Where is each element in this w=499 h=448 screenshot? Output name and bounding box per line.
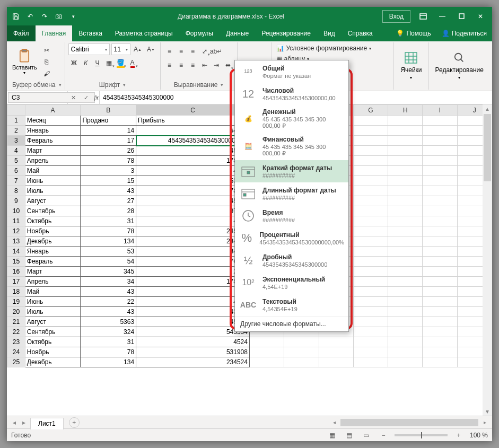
cell-H19[interactable] xyxy=(388,297,423,307)
tab-data[interactable]: Данные xyxy=(220,25,255,41)
cell-G8[interactable] xyxy=(353,186,388,196)
cell-H9[interactable] xyxy=(388,196,423,206)
cell-G6[interactable] xyxy=(353,166,388,176)
tab-help[interactable]: Справка xyxy=(342,25,379,41)
scroll-down-icon[interactable]: ▼ xyxy=(483,407,492,416)
row-header-7[interactable]: 7 xyxy=(7,176,25,186)
cell-G3[interactable] xyxy=(353,136,388,146)
cell-G7[interactable] xyxy=(353,176,388,186)
cell-B4[interactable]: 26 xyxy=(81,146,136,156)
orientation-icon[interactable]: ⤢ xyxy=(199,46,211,57)
select-all-cell[interactable] xyxy=(7,105,25,116)
editing-button[interactable]: Редактирование▾ xyxy=(432,49,487,82)
cell-C6[interactable]: 4523 xyxy=(136,166,250,176)
row-header-25[interactable]: 25 xyxy=(7,357,25,367)
row-header-5[interactable]: 5 xyxy=(7,156,25,166)
cell-G1[interactable] xyxy=(353,116,388,126)
cell-I14[interactable] xyxy=(423,247,457,257)
align-left-icon[interactable]: ≡ xyxy=(164,59,176,71)
decrease-indent-icon[interactable]: ⇤ xyxy=(199,59,211,71)
cell-C3[interactable]: 45435435345345300000,00 xyxy=(136,136,250,146)
cell-A11[interactable]: Октябрь xyxy=(25,216,81,226)
cell-H3[interactable] xyxy=(388,136,423,146)
cell-A2[interactable]: Январь xyxy=(25,126,81,136)
sheet-nav-next-icon[interactable]: ▸ xyxy=(20,418,28,427)
cell-G9[interactable] xyxy=(353,196,388,206)
row-header-20[interactable]: 20 xyxy=(7,307,25,317)
cell-A17[interactable]: Апрель xyxy=(25,277,81,287)
cell-A18[interactable]: Май xyxy=(25,287,81,297)
cell-H22[interactable] xyxy=(388,327,423,337)
cell-A4[interactable]: Март xyxy=(25,146,81,156)
cell-A23[interactable]: Октябрь xyxy=(25,337,81,347)
cell-C4[interactable]: 45234 xyxy=(136,146,250,156)
cell-H25[interactable] xyxy=(388,357,423,367)
cell-I2[interactable] xyxy=(423,126,457,136)
cell-E23[interactable] xyxy=(284,337,319,347)
login-button[interactable]: Вход xyxy=(382,10,410,23)
cell-C22[interactable]: 543534 xyxy=(136,327,250,337)
cell-H8[interactable] xyxy=(388,186,423,196)
align-right-icon[interactable]: ≡ xyxy=(187,59,199,71)
hscroll-right-icon[interactable]: ▸ xyxy=(480,418,489,427)
cell-A20[interactable]: Июль xyxy=(25,307,81,317)
format-time[interactable]: Время########## xyxy=(235,205,348,227)
row-header-9[interactable]: 9 xyxy=(7,196,25,206)
merge-icon[interactable]: ⬌ xyxy=(222,59,234,71)
bold-icon[interactable]: Ж xyxy=(68,57,80,69)
cell-A6[interactable]: Май xyxy=(25,166,81,176)
cells-button[interactable]: Ячейки▾ xyxy=(397,49,425,82)
tab-layout[interactable]: Разметка страницы xyxy=(109,25,179,41)
cell-I16[interactable] xyxy=(423,267,457,277)
cell-C5[interactable]: 178000 xyxy=(136,156,250,166)
row-header-10[interactable]: 10 xyxy=(7,206,25,216)
cell-C17[interactable]: 178000 xyxy=(136,277,250,287)
maximize-icon[interactable] xyxy=(452,10,470,23)
row-header-21[interactable]: 21 xyxy=(7,317,25,327)
row-header-6[interactable]: 6 xyxy=(7,166,25,176)
cell-A16[interactable]: Март xyxy=(25,267,81,277)
cell-C1[interactable]: Прибыль xyxy=(136,116,250,126)
cell-G4[interactable] xyxy=(353,146,388,156)
accept-formula-icon[interactable]: ✓ xyxy=(81,93,91,102)
cell-H24[interactable] xyxy=(388,347,423,357)
format-currency[interactable]: 💰 Денежный45 435 435 345 345 300 000,00 … xyxy=(235,105,348,133)
cell-C11[interactable]: 4524 xyxy=(136,216,250,226)
zoom-in-icon[interactable]: + xyxy=(453,431,465,440)
cell-G16[interactable] xyxy=(353,267,388,277)
tell-me-button[interactable]: 💡Помощь xyxy=(391,30,436,37)
scroll-thumb-v[interactable] xyxy=(484,114,491,181)
col-header-B[interactable]: B xyxy=(81,105,136,116)
sheet-nav-prev-icon[interactable]: ◂ xyxy=(10,418,19,427)
row-header-23[interactable]: 23 xyxy=(7,337,25,347)
cell-G15[interactable] xyxy=(353,257,388,267)
clipboard-launcher-icon[interactable]: ▾ xyxy=(59,82,62,87)
cell-C15[interactable]: 76345 xyxy=(136,257,250,267)
cell-C24[interactable]: 531908 xyxy=(136,347,250,357)
align-top-icon[interactable]: ≡ xyxy=(164,46,176,57)
cell-A7[interactable]: Июнь xyxy=(25,176,81,186)
add-sheet-button[interactable]: + xyxy=(69,417,80,428)
cell-I20[interactable] xyxy=(423,307,457,317)
tab-formulas[interactable]: Формулы xyxy=(179,25,220,41)
cell-C18[interactable]: 435 xyxy=(136,287,250,297)
cell-A14[interactable]: Январь xyxy=(25,247,81,257)
cell-H20[interactable] xyxy=(388,307,423,317)
cell-G13[interactable] xyxy=(353,236,388,247)
cell-I15[interactable] xyxy=(423,257,457,267)
cell-B13[interactable]: 134 xyxy=(81,236,136,247)
col-header-G[interactable]: G xyxy=(353,105,388,116)
cell-H6[interactable] xyxy=(388,166,423,176)
cell-C19[interactable]: 4234 xyxy=(136,297,250,307)
cell-B2[interactable]: 14 xyxy=(81,126,136,136)
cell-C7[interactable]: 53452 xyxy=(136,176,250,186)
cell-F24[interactable] xyxy=(319,347,353,357)
row-header-16[interactable]: 16 xyxy=(7,267,25,277)
cell-B1[interactable]: Продано xyxy=(81,116,136,126)
hscroll-thumb[interactable] xyxy=(340,419,478,426)
tab-insert[interactable]: Вставка xyxy=(72,25,109,41)
cell-A25[interactable]: Декабрь xyxy=(25,357,81,367)
cell-G12[interactable] xyxy=(353,226,388,236)
cell-B19[interactable]: 22 xyxy=(81,297,136,307)
cell-B24[interactable]: 78 xyxy=(81,347,136,357)
